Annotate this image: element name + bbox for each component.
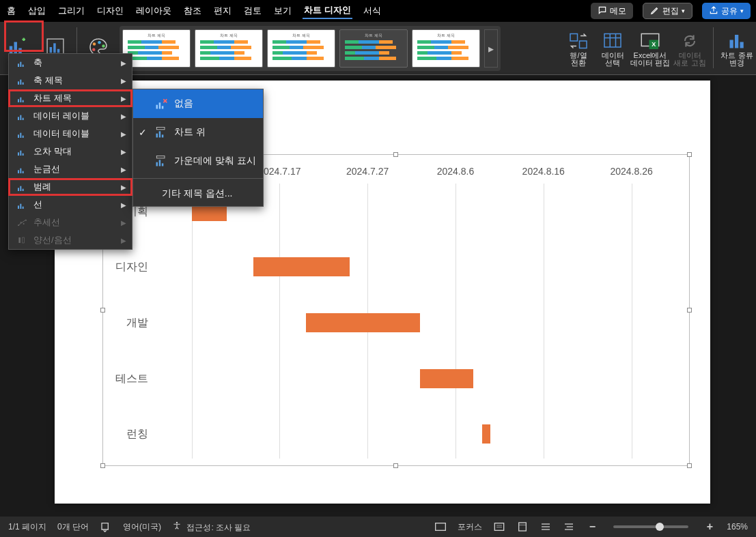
svg-rect-2 <box>18 48 22 54</box>
tab-insert[interactable]: 삽입 <box>27 3 47 18</box>
check-icon: ✓ <box>137 127 148 138</box>
menu-item-charttitle[interactable]: 차트 제목▶ <box>9 89 132 107</box>
menu-item-label: 선 <box>33 199 42 211</box>
share-button[interactable]: 공유 ▾ <box>702 3 751 19</box>
gridline <box>279 184 280 459</box>
resize-handle[interactable] <box>687 152 692 157</box>
tab-format[interactable]: 서식 <box>362 3 382 18</box>
language-status[interactable]: 영어(미국) <box>123 521 161 533</box>
edit-button[interactable]: 편집 ▾ <box>643 3 692 19</box>
spellcheck-icon[interactable] <box>100 521 112 533</box>
chart-style-4[interactable]: 차트 제목 <box>339 29 408 68</box>
print-layout-icon[interactable] <box>516 521 529 533</box>
memo-button[interactable]: 메모 <box>591 3 633 19</box>
svg-rect-23 <box>18 63 19 67</box>
x-tick-label: 2024.8.16 <box>522 166 565 177</box>
zoom-out-button[interactable]: − <box>586 521 598 533</box>
resize-handle[interactable] <box>393 152 398 157</box>
zoom-slider[interactable] <box>613 525 688 528</box>
tab-design[interactable]: 디자인 <box>96 3 125 18</box>
edit-excel-button[interactable]: X Excel에서 데이터 편집 <box>630 22 671 75</box>
svg-rect-1 <box>14 42 18 54</box>
chart-style-2[interactable]: 차트 제목 <box>195 29 263 68</box>
legend-icon <box>16 182 28 192</box>
menu-item-label: 축 제목 <box>33 74 63 87</box>
word-count[interactable]: 0개 단어 <box>57 521 89 533</box>
zoom-thumb[interactable] <box>656 523 664 531</box>
change-chart-type-button[interactable]: 차트 종류 변경 <box>718 22 756 75</box>
switch-rowcol-button[interactable]: 행/열 전환 <box>561 22 596 75</box>
tab-mailings[interactable]: 편지 <box>212 3 233 18</box>
tab-draw[interactable]: 그리기 <box>57 3 86 18</box>
tab-review[interactable]: 검토 <box>242 3 263 18</box>
svg-rect-48 <box>20 204 21 209</box>
focus-label[interactable]: 포커스 <box>458 521 482 533</box>
x-tick-label: 2024.8.6 <box>437 166 475 177</box>
menu-item-updown: 양선/음선▶ <box>9 231 132 249</box>
svg-rect-22 <box>740 42 744 48</box>
menu-item-errorbar[interactable]: 오차 막대▶ <box>9 143 132 160</box>
refresh-data-label: 데이터 새로 고침 <box>673 52 705 67</box>
svg-rect-34 <box>23 118 24 120</box>
charttitle-option-0[interactable]: 없음 <box>133 89 263 118</box>
svg-rect-11 <box>570 34 578 42</box>
tab-chart-design[interactable]: 차트 디자인 <box>303 3 352 19</box>
focus-mode-button[interactable] <box>434 521 447 533</box>
y-category-label: 테스트 <box>115 371 148 386</box>
zoom-value[interactable]: 165% <box>727 522 748 532</box>
svg-rect-13 <box>604 34 621 48</box>
menu-item-legend[interactable]: 범례▶ <box>9 178 132 196</box>
x-tick-label: 2024.7.17 <box>258 166 300 177</box>
svg-rect-43 <box>23 171 24 173</box>
chart-style-5[interactable]: 차트 제목 <box>412 29 480 68</box>
gridline <box>192 184 193 459</box>
gridline <box>456 184 456 459</box>
more-title-options[interactable]: 기타 제목 옵션... <box>133 182 263 206</box>
menu-item-line[interactable]: 선▶ <box>9 196 132 214</box>
svg-rect-40 <box>23 154 24 156</box>
tab-view[interactable]: 보기 <box>272 3 293 18</box>
menu-item-label: 범례 <box>33 181 51 193</box>
charttitle-option-label: 없음 <box>174 98 193 110</box>
tab-references[interactable]: 참조 <box>182 3 203 18</box>
svg-rect-24 <box>20 62 21 67</box>
resize-handle[interactable] <box>100 308 105 313</box>
edit-excel-label: Excel에서 데이터 편집 <box>630 52 670 67</box>
gantt-bar[interactable] <box>420 369 473 388</box>
accessibility-status[interactable]: 접근성: 조사 필요 <box>172 521 251 534</box>
select-data-button[interactable]: 데이터 선택 <box>596 22 630 75</box>
menu-item-datatbl[interactable]: 데이터 테이블▶ <box>9 125 132 143</box>
zoom-in-button[interactable]: + <box>703 521 716 533</box>
page-status[interactable]: 1/1 페이지 <box>8 521 46 533</box>
chart-title-submenu: 없음✓차트 위가운데에 맞춰 표시기타 제목 옵션... <box>132 89 264 207</box>
resize-handle[interactable] <box>687 308 692 313</box>
resize-handle[interactable] <box>687 463 692 468</box>
resize-handle[interactable] <box>100 463 105 468</box>
chevron-right-icon: ▶ <box>121 201 126 209</box>
charttitle-option-1[interactable]: ✓차트 위 <box>133 118 263 147</box>
switch-rowcol-label: 행/열 전환 <box>570 52 587 67</box>
menu-item-grid[interactable]: 눈금선▶ <box>9 160 132 178</box>
menu-item-axistitle[interactable]: 축 제목▶ <box>9 72 132 89</box>
svg-rect-20 <box>730 40 733 48</box>
gantt-bar[interactable] <box>482 424 491 444</box>
outline-icon[interactable] <box>563 521 575 533</box>
web-layout-icon[interactable] <box>540 521 552 533</box>
trend-icon <box>16 217 28 228</box>
charttitle-option-2[interactable]: 가운데에 맞춰 표시 <box>133 147 263 175</box>
menu-item-axis[interactable]: 축▶ <box>9 54 132 72</box>
gallery-next-button[interactable]: ▸ <box>484 29 498 68</box>
tab-home[interactable]: 홈 <box>5 3 17 18</box>
updown-icon <box>16 235 28 246</box>
refresh-data-button[interactable]: 데이터 새로 고침 <box>671 22 709 75</box>
gantt-bar[interactable] <box>253 257 350 276</box>
chart-style-1[interactable]: 차트 제목 <box>122 29 191 68</box>
chart-style-3[interactable]: 차트 제목 <box>267 29 335 68</box>
menu-item-label: 데이터 레이블 <box>33 110 89 122</box>
svg-rect-58 <box>162 106 164 108</box>
menu-item-datalabel[interactable]: 데이터 레이블▶ <box>9 107 132 125</box>
gantt-bar[interactable] <box>306 313 420 332</box>
resize-handle[interactable] <box>393 463 398 468</box>
tab-layout[interactable]: 레이아웃 <box>135 3 173 18</box>
read-mode-icon[interactable] <box>493 521 505 533</box>
